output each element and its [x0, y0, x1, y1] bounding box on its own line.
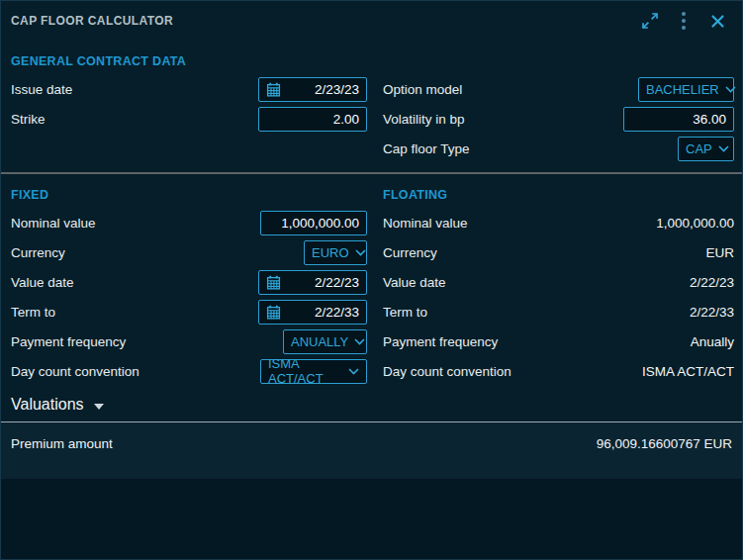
floating-value-date-label: Value date	[383, 275, 446, 290]
expand-icon[interactable]	[637, 8, 663, 34]
fixed-currency-value: EURO	[312, 245, 349, 260]
floating-nominal-label: Nominal value	[383, 216, 468, 231]
bottom-filler	[1, 478, 742, 559]
issue-date-label: Issue date	[11, 82, 72, 97]
field-floating-term-to: Term to 2/22/33	[383, 297, 734, 327]
general-right-spacer	[383, 52, 734, 70]
fixed-value-date-input[interactable]: 2/22/23	[258, 270, 367, 295]
floating-currency-value: EUR	[705, 245, 734, 260]
valuations-header[interactable]: Valuations	[1, 388, 742, 421]
field-fixed-payment-frequency: Payment frequency ANUALLY	[11, 327, 367, 356]
floating-section-title: FLOATING	[383, 186, 734, 204]
floating-nominal-value: 1,000,000.00	[656, 216, 734, 231]
chevron-down-icon	[348, 368, 359, 375]
fixed-day-count-label: Day count convention	[11, 364, 139, 379]
floating-term-to-value: 2/22/33	[690, 305, 734, 320]
fixed-nominal-value: 1,000,000.00	[281, 216, 359, 231]
fixed-term-to-input[interactable]: 2/22/33	[258, 300, 367, 325]
cap-floor-type-label: Cap floor Type	[383, 141, 470, 156]
field-fixed-term-to: Term to	[11, 297, 367, 327]
chevron-down-icon	[354, 338, 365, 345]
fixed-currency-label: Currency	[11, 245, 65, 260]
fixed-column: FIXED Nominal value 1,000,000.00 Currenc…	[1, 186, 377, 386]
fixed-currency-select[interactable]: EURO	[304, 240, 367, 265]
close-icon[interactable]	[704, 8, 730, 34]
fixed-payment-frequency-label: Payment frequency	[11, 334, 126, 349]
fixed-nominal-label: Nominal value	[11, 216, 96, 231]
fixed-nominal-input[interactable]: 1,000,000.00	[260, 211, 367, 235]
field-floating-payment-frequency: Payment frequency Anually	[383, 327, 734, 356]
field-option-model: Option model BACHELIER	[383, 74, 734, 104]
chevron-down-icon	[718, 145, 729, 152]
caret-down-icon[interactable]	[94, 404, 104, 410]
volatility-input[interactable]: 36.00	[623, 107, 734, 132]
calendar-icon[interactable]	[266, 82, 281, 97]
floating-payment-frequency-value: Anually	[691, 334, 734, 349]
field-floating-nominal: Nominal value 1,000,000.00	[383, 208, 734, 237]
floating-column: FLOATING Nominal value 1,000,000.00 Curr…	[377, 186, 742, 386]
kebab-menu-icon[interactable]	[671, 8, 697, 34]
section-fixed-floating: FIXED Nominal value 1,000,000.00 Currenc…	[1, 174, 742, 386]
cap-floor-type-value: CAP	[686, 141, 712, 156]
field-fixed-currency: Currency EURO	[11, 237, 367, 267]
field-strike: Strike 2.00	[11, 104, 367, 134]
field-fixed-day-count: Day count convention ISMA ACT/ACT	[11, 356, 367, 386]
field-floating-value-date: Value date 2/22/23	[383, 267, 734, 297]
field-issue-date: Issue date	[11, 74, 367, 104]
field-floating-currency: Currency EUR	[383, 237, 734, 267]
calendar-icon[interactable]	[266, 275, 281, 290]
fixed-value-date-value: 2/22/23	[315, 275, 359, 290]
issue-date-input[interactable]: 2/23/23	[258, 77, 367, 102]
volatility-label: Volatility in bp	[383, 112, 465, 127]
fixed-term-to-value: 2/22/33	[315, 305, 359, 320]
fixed-value-date-label: Value date	[11, 275, 74, 290]
fixed-term-to-label: Term to	[11, 305, 55, 320]
floating-currency-label: Currency	[383, 245, 437, 260]
premium-amount-label: Premium amount	[11, 436, 113, 451]
section-general-contract-data: GENERAL CONTRACT DATA Issue date	[1, 41, 742, 163]
floating-payment-frequency-label: Payment frequency	[383, 334, 498, 349]
window-title: CAP FLOOR CALCULATOR	[11, 14, 173, 28]
option-model-value: BACHELIER	[646, 82, 719, 97]
strike-value: 2.00	[333, 112, 359, 127]
issue-date-value: 2/23/23	[315, 82, 359, 97]
chevron-down-icon	[355, 249, 366, 256]
fixed-payment-frequency-value: ANUALLY	[291, 334, 348, 349]
volatility-value: 36.00	[693, 112, 726, 127]
strike-label: Strike	[11, 112, 46, 127]
fixed-day-count-select[interactable]: ISMA ACT/ACT	[260, 359, 367, 384]
option-model-select[interactable]: BACHELIER	[638, 77, 734, 102]
floating-value-date-value: 2/22/23	[690, 275, 734, 290]
general-section-title: GENERAL CONTRACT DATA	[11, 52, 367, 70]
fixed-payment-frequency-select[interactable]: ANUALLY	[283, 329, 367, 354]
floating-term-to-label: Term to	[383, 305, 427, 320]
cap-floor-type-select[interactable]: CAP	[678, 137, 734, 161]
floating-day-count-label: Day count convention	[383, 364, 511, 379]
titlebar: CAP FLOOR CALCULATOR	[1, 1, 742, 41]
floating-day-count-value: ISMA ACT/ACT	[642, 364, 734, 379]
field-volatility: Volatility in bp 36.00	[383, 104, 734, 134]
field-cap-floor-type: Cap floor Type CAP	[383, 134, 734, 163]
field-fixed-value-date: Value date	[11, 267, 367, 297]
fixed-day-count-value: ISMA ACT/ACT	[268, 356, 342, 386]
valuations-title: Valuations	[11, 396, 84, 414]
premium-amount-row: Premium amount 96,009.16600767 EUR	[1, 422, 742, 478]
field-fixed-nominal: Nominal value 1,000,000.00	[11, 208, 367, 237]
cap-floor-calculator-window: CAP FLOOR CALCULATOR GENERAL CONTRACT DA…	[0, 0, 743, 560]
field-floating-day-count: Day count convention ISMA ACT/ACT	[383, 356, 734, 386]
strike-input[interactable]: 2.00	[258, 107, 367, 132]
premium-amount-value: 96,009.16600767 EUR	[597, 436, 732, 451]
chevron-down-icon	[725, 86, 736, 93]
calendar-icon[interactable]	[266, 305, 281, 320]
option-model-label: Option model	[383, 82, 462, 97]
fixed-section-title: FIXED	[11, 186, 367, 204]
